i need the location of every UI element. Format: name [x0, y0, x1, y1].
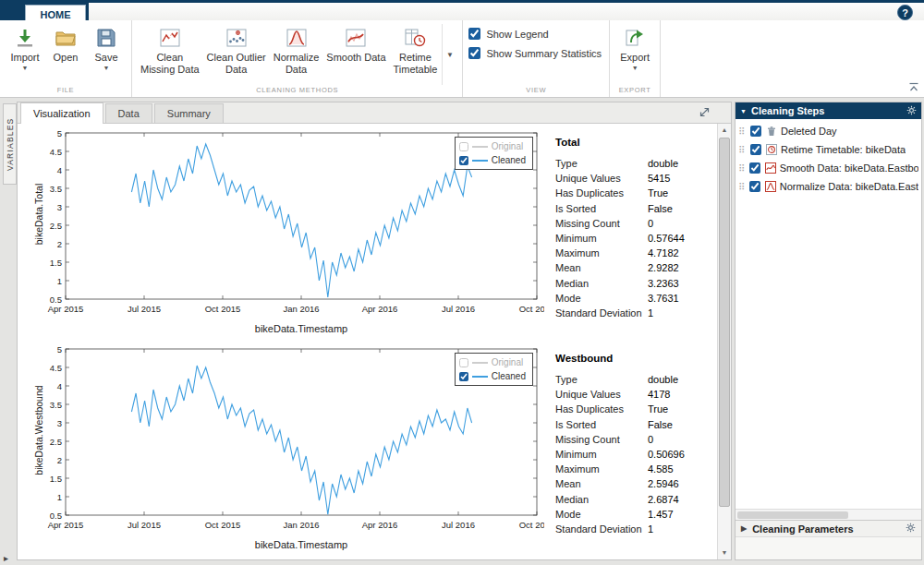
- clean-missing-data-button[interactable]: Clean Missing Data: [138, 24, 202, 77]
- show-legend-row[interactable]: Show Legend: [468, 28, 548, 40]
- collapse-arrow-icon[interactable]: ▼: [740, 108, 747, 114]
- vertical-scrollbar[interactable]: ▲ ▼: [717, 124, 731, 559]
- save-button[interactable]: Save ▼: [87, 24, 126, 72]
- show-legend-label: Show Legend: [486, 29, 548, 40]
- save-icon: [95, 25, 117, 51]
- stat-label: Missing Count: [555, 218, 648, 229]
- stat-row: Standard Deviation1: [555, 522, 716, 536]
- y-tick-label: 3: [57, 202, 62, 212]
- maximize-panel-icon[interactable]: [699, 106, 711, 120]
- y-tick-label: 3.5: [50, 400, 62, 410]
- stat-label: Mode: [555, 509, 648, 520]
- stats-panel-1: WestboundTypedoubleUnique Values4178Has …: [550, 343, 716, 554]
- cleaning-methods-section-label: CLEANING METHODS: [132, 85, 462, 97]
- help-button[interactable]: ?: [897, 5, 913, 20]
- stat-label: Median: [555, 494, 648, 505]
- drag-handle-icon[interactable]: ⠿: [738, 182, 746, 192]
- export-label: Export: [620, 52, 650, 64]
- retime-timetable-label: Retime Timetable: [394, 52, 438, 76]
- scrollbar-thumb[interactable]: [719, 138, 730, 507]
- x-tick-label: Oct 2016: [519, 520, 544, 530]
- scroll-down-arrow[interactable]: ▼: [718, 547, 731, 559]
- tab-visualization[interactable]: Visualization: [20, 102, 103, 124]
- ribbon-toolbar: Import ▼ Open Save ▼ FILE: [0, 20, 924, 98]
- export-section-label: EXPORT: [610, 85, 660, 97]
- cleaning-step-item[interactable]: ⠿Deleted Day: [736, 122, 921, 140]
- save-label: Save: [94, 52, 117, 64]
- variables-panel-tab[interactable]: VARIABLES: [3, 103, 17, 185]
- legend-item-original[interactable]: Original: [459, 139, 526, 153]
- y-tick-label: 5: [57, 128, 62, 138]
- legend-checkbox[interactable]: [459, 358, 468, 367]
- chart-box-1: bikeData.Westbound0.511.522.533.544.55Ap…: [21, 343, 550, 554]
- stat-label: Minimum: [555, 233, 648, 244]
- clean-outlier-data-button[interactable]: Clean Outlier Data: [204, 24, 269, 77]
- y-tick-label: 4.5: [50, 363, 62, 373]
- legend-checkbox[interactable]: [459, 372, 468, 381]
- minimize-ribbon-icon[interactable]: [908, 82, 919, 94]
- expand-bottom-panel-icon[interactable]: ▸: [4, 553, 8, 563]
- legend-checkbox[interactable]: [459, 142, 468, 151]
- step-enabled-checkbox[interactable]: [749, 162, 760, 174]
- y-axis-label: bikeData.Westbound: [33, 370, 44, 490]
- show-summary-statistics-checkbox[interactable]: [468, 47, 480, 59]
- stat-value: False: [648, 419, 673, 430]
- legend-label: Cleaned: [492, 155, 526, 165]
- gear-icon[interactable]: [906, 523, 916, 535]
- retime-timetable-icon: [404, 25, 426, 51]
- open-button[interactable]: Open: [46, 24, 85, 65]
- x-axis-label: bikeData.Timestamp: [255, 323, 347, 334]
- normalize-data-button[interactable]: Normalize Data: [271, 24, 322, 77]
- tab-data[interactable]: Data: [105, 103, 152, 123]
- stat-label: Unique Values: [555, 389, 648, 400]
- smooth-data-button[interactable]: Smooth Data: [323, 24, 388, 65]
- stat-row: Minimum0.57644: [555, 231, 716, 246]
- normalize-data-label: Normalize Data: [274, 52, 320, 76]
- y-tick-label: 1: [57, 276, 62, 286]
- expand-arrow-icon[interactable]: ▶: [741, 524, 747, 533]
- export-button[interactable]: Export ▼: [615, 24, 654, 72]
- x-tick-label: Jan 2016: [283, 520, 319, 530]
- cleaning-steps-header[interactable]: ▼ Cleaning Steps: [736, 102, 921, 119]
- y-tick-label: 3: [57, 418, 62, 428]
- drag-handle-icon[interactable]: ⠿: [738, 126, 747, 137]
- stat-value: 3.7631: [648, 293, 679, 304]
- stat-value: 1: [648, 307, 653, 319]
- drag-handle-icon[interactable]: ⠿: [738, 145, 747, 155]
- smooth-data-icon: [345, 25, 367, 51]
- retime-timetable-button[interactable]: Retime Timetable: [391, 24, 441, 77]
- steps-horizontal-scrollbar[interactable]: [736, 509, 921, 520]
- scroll-up-arrow[interactable]: ▲: [718, 124, 731, 137]
- step-enabled-checkbox[interactable]: [750, 126, 761, 137]
- cleaning-methods-gallery-dropdown[interactable]: ▼: [442, 24, 456, 85]
- stat-row: Has DuplicatesTrue: [555, 402, 716, 416]
- stat-row: Is SortedFalse: [555, 201, 716, 216]
- stat-label: Type: [555, 158, 648, 169]
- cleaning-step-item[interactable]: ⠿Normalize Data: bikeData.East...: [736, 177, 921, 196]
- import-button[interactable]: Import ▼: [6, 24, 44, 72]
- legend-item-cleaned[interactable]: Cleaned: [459, 153, 526, 167]
- cleaning-methods-section: Clean Missing Data Clean Outlier Data No…: [132, 20, 463, 97]
- step-enabled-checkbox[interactable]: [749, 181, 760, 192]
- legend-item-original[interactable]: Original: [459, 355, 526, 369]
- step-enabled-checkbox[interactable]: [750, 144, 761, 155]
- cleaning-step-item[interactable]: ⠿Smooth Data: bikeData.Eastbo...: [736, 159, 921, 177]
- show-legend-checkbox[interactable]: [468, 28, 480, 40]
- gear-icon[interactable]: [906, 105, 917, 117]
- legend-checkbox[interactable]: [459, 156, 468, 165]
- cleaning-steps-title: Cleaning Steps: [751, 105, 824, 116]
- chart-box-0: bikeData.Total0.511.522.533.544.55Apr 20…: [21, 127, 550, 338]
- tab-summary[interactable]: Summary: [154, 103, 224, 123]
- show-summary-statistics-row[interactable]: Show Summary Statistics: [468, 47, 602, 59]
- drag-handle-icon[interactable]: ⠿: [738, 163, 746, 174]
- legend-item-cleaned[interactable]: Cleaned: [459, 369, 526, 383]
- cleaning-parameters-bar[interactable]: ▶ Cleaning Parameters: [736, 520, 921, 537]
- cleaning-parameters-title: Cleaning Parameters: [752, 523, 853, 535]
- stat-row: Mean2.5946: [555, 476, 716, 491]
- stat-row: Mode3.7631: [555, 291, 716, 306]
- legend-label: Cleaned: [492, 371, 526, 381]
- stats-title: Westbound: [555, 353, 716, 364]
- scrollbar-thumb[interactable]: [737, 511, 848, 519]
- y-tick-label: 2.5: [50, 221, 62, 231]
- cleaning-step-item[interactable]: ⠿Retime Timetable: bikeData: [736, 140, 921, 159]
